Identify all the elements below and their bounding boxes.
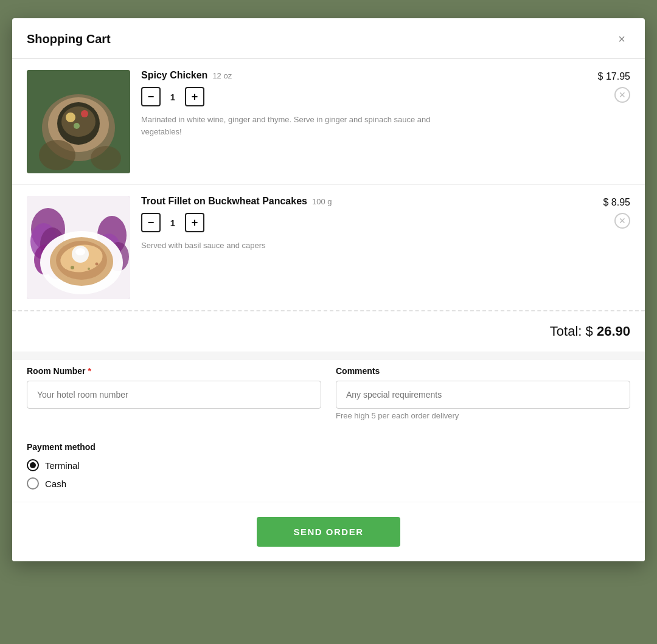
modal-body: Spicy Chicken 12 oz − 1 + Marinated in w… (12, 59, 645, 502)
item-price-col-2: $ 8.95 ✕ (575, 196, 630, 229)
svg-point-9 (91, 146, 121, 170)
cart-item: Trout Fillet on Buckwheat Pancakes 100 g… (12, 185, 645, 310)
qty-value-1: 1 (161, 92, 185, 102)
svg-point-24 (75, 248, 85, 255)
radio-terminal-indicator (27, 459, 39, 471)
total-amount: 26.90 (597, 324, 630, 339)
item-name-row-2: Trout Fillet on Buckwheat Pancakes 100 g (141, 196, 565, 207)
payment-option-cash[interactable]: Cash (27, 477, 630, 490)
item-size-2: 100 g (312, 197, 332, 206)
item-price-col-1: $ 17.95 ✕ (575, 70, 630, 103)
decrease-qty-button-1[interactable]: − (141, 87, 161, 106)
item-details-trout: Trout Fillet on Buckwheat Pancakes 100 g… (141, 196, 565, 252)
cart-items-list: Spicy Chicken 12 oz − 1 + Marinated in w… (12, 59, 645, 311)
svg-point-6 (81, 110, 88, 117)
comments-input[interactable] (336, 381, 630, 409)
item-description-1: Marinated in white wine, ginger and thym… (141, 114, 433, 137)
total-label: Total: (550, 324, 582, 339)
qty-value-2: 1 (161, 218, 185, 228)
item-price-1: $ 17.95 (598, 71, 630, 82)
modal-header: Shopping Cart × (12, 18, 645, 59)
item-price-2: $ 8.95 (603, 197, 630, 208)
svg-point-8 (39, 140, 75, 170)
room-number-input[interactable] (27, 381, 321, 409)
svg-point-25 (71, 266, 74, 269)
increase-qty-button-2[interactable]: + (185, 213, 204, 232)
form-row-inputs: Room Number * Comments Free high 5 per e… (27, 366, 630, 420)
comments-label: Comments (336, 366, 630, 376)
radio-terminal-dot (30, 462, 36, 468)
svg-point-7 (74, 123, 80, 129)
remove-item-button-2[interactable]: ✕ (614, 213, 630, 229)
payment-radio-group: Terminal Cash (27, 459, 630, 490)
payment-method-label: Payment method (27, 442, 630, 452)
modal-footer: SEND ORDER (12, 502, 645, 561)
item-image-trout (27, 196, 130, 299)
item-description-2: Served with basil sauce and capers (141, 240, 433, 252)
required-indicator: * (88, 366, 91, 376)
increase-qty-button-1[interactable]: + (185, 87, 204, 106)
modal-title: Shopping Cart (27, 32, 111, 46)
total-row: Total: $ 26.90 (12, 311, 645, 351)
section-divider (12, 351, 645, 360)
cash-label: Cash (45, 479, 66, 489)
item-name: Spicy Chicken (141, 70, 207, 81)
comments-hint: Free high 5 per each order delivery (336, 411, 630, 420)
item-name-2: Trout Fillet on Buckwheat Pancakes (141, 196, 307, 207)
item-details-spicy-chicken: Spicy Chicken 12 oz − 1 + Marinated in w… (141, 70, 565, 137)
shopping-cart-modal: Shopping Cart × (12, 18, 645, 561)
svg-point-27 (96, 263, 99, 266)
close-button[interactable]: × (613, 30, 630, 47)
svg-point-5 (66, 113, 75, 122)
remove-item-button-1[interactable]: ✕ (614, 87, 630, 103)
radio-cash-indicator (27, 477, 39, 490)
remove-icon-1: ✕ (614, 87, 630, 103)
room-number-label: Room Number * (27, 366, 321, 376)
svg-point-4 (61, 106, 96, 137)
remove-icon-2: ✕ (614, 213, 630, 229)
form-section: Room Number * Comments Free high 5 per e… (12, 360, 645, 442)
decrease-qty-button-2[interactable]: − (141, 213, 161, 232)
comments-group: Comments Free high 5 per each order deli… (336, 366, 630, 420)
cart-item: Spicy Chicken 12 oz − 1 + Marinated in w… (12, 59, 645, 185)
quantity-controls-1: − 1 + (141, 87, 565, 106)
quantity-controls-2: − 1 + (141, 213, 565, 232)
total-currency: $ (586, 324, 597, 339)
terminal-label: Terminal (45, 460, 80, 471)
room-number-group: Room Number * (27, 366, 321, 420)
svg-point-26 (88, 268, 90, 270)
item-name-row: Spicy Chicken 12 oz (141, 70, 565, 81)
item-image-spicy-chicken (27, 70, 130, 173)
payment-option-terminal[interactable]: Terminal (27, 459, 630, 471)
send-order-button[interactable]: SEND ORDER (257, 517, 400, 547)
payment-section: Payment method Terminal Cash (12, 442, 645, 502)
modal-overlay: Shopping Cart × (0, 0, 657, 644)
item-size: 12 oz (212, 71, 232, 80)
